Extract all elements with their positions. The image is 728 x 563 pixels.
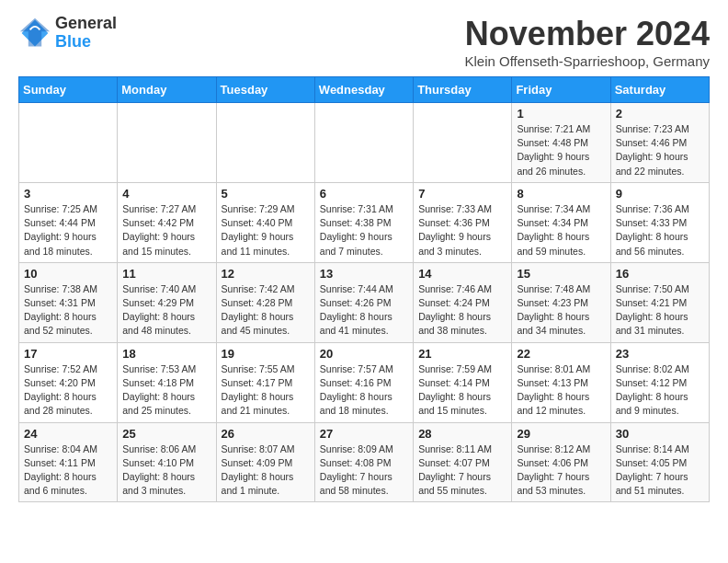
day-info: Sunrise: 7:48 AMSunset: 4:23 PMDaylight:… [517,282,605,339]
day-number: 1 [517,107,605,121]
calendar-cell: 26Sunrise: 8:07 AMSunset: 4:09 PMDayligh… [216,422,314,502]
calendar-week-2: 3Sunrise: 7:25 AMSunset: 4:44 PMDaylight… [19,182,710,262]
calendar-cell: 29Sunrise: 8:12 AMSunset: 4:06 PMDayligh… [512,422,610,502]
weekday-header-thursday: Thursday [414,77,512,103]
calendar-cell: 24Sunrise: 8:04 AMSunset: 4:11 PMDayligh… [19,422,118,502]
calendar-cell: 6Sunrise: 7:31 AMSunset: 4:38 PMDaylight… [314,182,413,262]
day-info: Sunrise: 7:55 AMSunset: 4:17 PMDaylight:… [222,362,310,419]
day-info: Sunrise: 7:36 AMSunset: 4:33 PMDaylight:… [616,202,704,259]
weekday-header-saturday: Saturday [610,77,709,103]
page-header: General Blue November 2024 Klein Offense… [18,15,710,69]
day-info: Sunrise: 7:40 AMSunset: 4:29 PMDaylight:… [122,282,210,339]
calendar-cell: 12Sunrise: 7:42 AMSunset: 4:28 PMDayligh… [216,262,314,342]
calendar-cell: 11Sunrise: 7:40 AMSunset: 4:29 PMDayligh… [118,262,216,342]
weekday-header-tuesday: Tuesday [216,77,314,103]
day-number: 24 [24,427,112,441]
month-title: November 2024 [464,15,710,53]
day-info: Sunrise: 7:21 AMSunset: 4:48 PMDaylight:… [517,122,605,178]
logo-blue: Blue [55,33,117,52]
day-info: Sunrise: 8:09 AMSunset: 4:08 PMDaylight:… [320,442,408,499]
day-number: 30 [616,427,704,441]
calendar-cell: 5Sunrise: 7:29 AMSunset: 4:40 PMDaylight… [216,182,314,262]
weekday-header-sunday: Sunday [19,77,118,103]
day-info: Sunrise: 8:02 AMSunset: 4:12 PMDaylight:… [616,362,704,419]
calendar-cell: 1Sunrise: 7:21 AMSunset: 4:48 PMDaylight… [512,103,610,183]
day-number: 23 [616,347,704,361]
day-number: 20 [320,347,408,361]
day-number: 13 [320,267,408,281]
day-info: Sunrise: 7:25 AMSunset: 4:44 PMDaylight:… [24,202,112,259]
day-number: 27 [320,427,408,441]
day-number: 29 [517,427,605,441]
logo-text: General Blue [55,15,117,52]
day-number: 15 [517,267,605,281]
calendar-cell: 10Sunrise: 7:38 AMSunset: 4:31 PMDayligh… [19,262,118,342]
day-number: 10 [24,267,112,281]
day-info: Sunrise: 7:31 AMSunset: 4:38 PMDaylight:… [320,202,408,259]
day-info: Sunrise: 7:38 AMSunset: 4:31 PMDaylight:… [24,282,112,339]
calendar-cell [216,103,314,183]
day-number: 18 [122,347,210,361]
calendar-cell: 13Sunrise: 7:44 AMSunset: 4:26 PMDayligh… [314,262,413,342]
calendar-cell [314,103,413,183]
calendar-cell: 15Sunrise: 7:48 AMSunset: 4:23 PMDayligh… [512,262,610,342]
calendar-table: SundayMondayTuesdayWednesdayThursdayFrid… [18,76,710,502]
calendar-cell: 28Sunrise: 8:11 AMSunset: 4:07 PMDayligh… [414,422,512,502]
day-number: 5 [222,187,310,201]
calendar-cell: 3Sunrise: 7:25 AMSunset: 4:44 PMDaylight… [19,182,118,262]
calendar-cell: 4Sunrise: 7:27 AMSunset: 4:42 PMDaylight… [118,182,216,262]
weekday-header-wednesday: Wednesday [314,77,413,103]
day-info: Sunrise: 7:50 AMSunset: 4:21 PMDaylight:… [616,282,704,339]
day-info: Sunrise: 7:27 AMSunset: 4:42 PMDaylight:… [122,202,210,259]
calendar-cell: 17Sunrise: 7:52 AMSunset: 4:20 PMDayligh… [19,342,118,422]
day-info: Sunrise: 7:57 AMSunset: 4:16 PMDaylight:… [320,362,408,419]
day-info: Sunrise: 8:01 AMSunset: 4:13 PMDaylight:… [517,362,605,419]
day-number: 3 [24,187,112,201]
calendar-cell [414,103,512,183]
calendar-cell: 9Sunrise: 7:36 AMSunset: 4:33 PMDaylight… [610,182,709,262]
day-info: Sunrise: 7:44 AMSunset: 4:26 PMDaylight:… [320,282,408,339]
location-subtitle: Klein Offenseth-Sparrieshoop, Germany [464,53,710,69]
calendar-cell [19,103,118,183]
calendar-cell: 7Sunrise: 7:33 AMSunset: 4:36 PMDaylight… [414,182,512,262]
calendar-cell: 19Sunrise: 7:55 AMSunset: 4:17 PMDayligh… [216,342,314,422]
calendar-week-3: 10Sunrise: 7:38 AMSunset: 4:31 PMDayligh… [19,262,710,342]
calendar-week-4: 17Sunrise: 7:52 AMSunset: 4:20 PMDayligh… [19,342,710,422]
calendar-cell: 18Sunrise: 7:53 AMSunset: 4:18 PMDayligh… [118,342,216,422]
calendar-cell: 8Sunrise: 7:34 AMSunset: 4:34 PMDaylight… [512,182,610,262]
day-info: Sunrise: 7:34 AMSunset: 4:34 PMDaylight:… [517,202,605,259]
calendar-cell: 27Sunrise: 8:09 AMSunset: 4:08 PMDayligh… [314,422,413,502]
day-number: 11 [122,267,210,281]
calendar-cell: 25Sunrise: 8:06 AMSunset: 4:10 PMDayligh… [118,422,216,502]
day-number: 12 [222,267,310,281]
day-info: Sunrise: 7:52 AMSunset: 4:20 PMDaylight:… [24,362,112,419]
calendar-cell: 14Sunrise: 7:46 AMSunset: 4:24 PMDayligh… [414,262,512,342]
day-info: Sunrise: 7:59 AMSunset: 4:14 PMDaylight:… [418,362,506,419]
day-number: 28 [418,427,506,441]
day-number: 16 [616,267,704,281]
day-number: 2 [616,107,704,121]
day-info: Sunrise: 8:11 AMSunset: 4:07 PMDaylight:… [418,442,506,499]
calendar-cell: 2Sunrise: 7:23 AMSunset: 4:46 PMDaylight… [610,103,709,183]
logo-general: General [55,15,117,33]
day-info: Sunrise: 7:42 AMSunset: 4:28 PMDaylight:… [222,282,310,339]
calendar-cell: 30Sunrise: 8:14 AMSunset: 4:05 PMDayligh… [610,422,709,502]
day-info: Sunrise: 8:06 AMSunset: 4:10 PMDaylight:… [122,442,210,499]
day-number: 17 [24,347,112,361]
day-number: 4 [122,187,210,201]
day-info: Sunrise: 7:53 AMSunset: 4:18 PMDaylight:… [122,362,210,419]
day-info: Sunrise: 7:33 AMSunset: 4:36 PMDaylight:… [418,202,506,259]
day-info: Sunrise: 7:46 AMSunset: 4:24 PMDaylight:… [418,282,506,339]
calendar-cell: 16Sunrise: 7:50 AMSunset: 4:21 PMDayligh… [610,262,709,342]
day-number: 7 [418,187,506,201]
calendar-cell: 23Sunrise: 8:02 AMSunset: 4:12 PMDayligh… [610,342,709,422]
title-block: November 2024 Klein Offenseth-Sparriesho… [464,15,710,69]
weekday-header-friday: Friday [512,77,610,103]
calendar-cell: 21Sunrise: 7:59 AMSunset: 4:14 PMDayligh… [414,342,512,422]
day-number: 25 [122,427,210,441]
calendar-cell: 22Sunrise: 8:01 AMSunset: 4:13 PMDayligh… [512,342,610,422]
day-number: 8 [517,187,605,201]
day-info: Sunrise: 8:07 AMSunset: 4:09 PMDaylight:… [222,442,310,499]
calendar-week-5: 24Sunrise: 8:04 AMSunset: 4:11 PMDayligh… [19,422,710,502]
day-number: 22 [517,347,605,361]
